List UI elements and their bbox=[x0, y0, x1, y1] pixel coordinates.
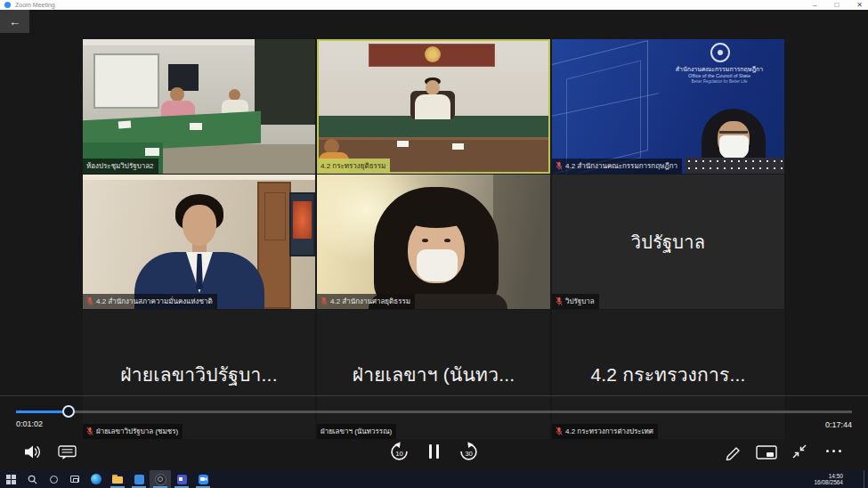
participant-name: 4.2 สำนักงานสภาความมั่นคงแห่งชาติ bbox=[96, 296, 213, 307]
video-tile-whip-government[interactable]: วิปรัฐบาล วิปรัฐบาล bbox=[552, 175, 784, 309]
total-time: 0:17:44 bbox=[825, 420, 852, 429]
rewind-10-icon: 10 bbox=[389, 442, 410, 462]
pip-icon bbox=[756, 445, 778, 460]
video-tile-active-speaker[interactable]: 4.2 กระทรวงยุติธรรม bbox=[317, 39, 550, 174]
video-tile-woman-mask[interactable]: 4.2 สำนักงานศาลยุติธรรม bbox=[317, 175, 550, 309]
emblem-shape bbox=[425, 46, 441, 62]
video-thumbnail bbox=[319, 41, 548, 172]
building-sketch-shape bbox=[566, 61, 641, 174]
participant-name: วิปรัฐบาล bbox=[565, 296, 595, 307]
participant-name-tag: ฝ่ายเลขาฯ (นันทวรรณ) bbox=[317, 424, 396, 439]
whiteboard-shape bbox=[93, 53, 159, 109]
participant-name-tag: ห้องประชุมวิปรัฐบาล2 bbox=[83, 159, 158, 174]
participant-name: ฝ่ายเลขาฯ (นันทวรรณ) bbox=[320, 426, 392, 437]
file-explorer-icon bbox=[112, 475, 123, 484]
taskbar-start-button[interactable] bbox=[0, 470, 21, 488]
participant-name-tag: 4.2 กระทรวงการต่างประเทศ bbox=[552, 424, 658, 439]
more-options-button[interactable] bbox=[823, 449, 843, 453]
eye-shape bbox=[422, 239, 428, 242]
door-panel-shape bbox=[264, 192, 286, 240]
taskbar-search-button[interactable] bbox=[21, 470, 43, 488]
participant-name-tag: 4.2 สำนักงานคณะกรรมการกฤษฎีกา bbox=[552, 159, 682, 174]
task-view-icon bbox=[70, 476, 79, 483]
app-icon bbox=[4, 2, 11, 8]
exit-fullscreen-button[interactable] bbox=[791, 443, 808, 460]
participant-name-tag: วิปรัฐบาล bbox=[552, 294, 599, 309]
person-face-shape bbox=[183, 205, 216, 246]
annotate-button[interactable] bbox=[724, 443, 742, 460]
seek-bar-handle[interactable] bbox=[62, 405, 75, 418]
video-tile-secretariat-2[interactable]: ฝ่ายเลขาฯ (นันทว... ฝ่ายเลขาฯ (นันทวรรณ) bbox=[317, 310, 550, 439]
more-options-icon bbox=[832, 450, 835, 452]
video-thumbnail bbox=[83, 39, 315, 174]
volume-button[interactable] bbox=[23, 443, 43, 460]
video-tile-council-of-state[interactable]: สำนักงานคณะกรรมการกฤษฎีกา Office of the … bbox=[552, 39, 784, 174]
taskbar-file-explorer-button[interactable] bbox=[107, 470, 128, 488]
taskbar-teams-button[interactable] bbox=[171, 470, 192, 488]
forward-30-icon: 30 bbox=[458, 442, 479, 462]
dark-window-shape bbox=[255, 39, 315, 125]
meeting-app-icon bbox=[155, 474, 166, 485]
blue-app-icon bbox=[134, 475, 144, 484]
taskbar-edge-button[interactable] bbox=[85, 470, 107, 488]
video-tile-foreign-ministry[interactable]: 4.2 กระทรวงการ... 4.2 กระทรวงการต่างประเ… bbox=[552, 310, 784, 439]
participant-name: 4.2 สำนักงานคณะกรรมการกฤษฎีกา bbox=[565, 160, 677, 172]
windows-taskbar: 14:50 16/08/2564 bbox=[0, 470, 868, 488]
clock-date: 16/08/2564 bbox=[814, 479, 843, 485]
minimize-button[interactable]: – bbox=[813, 0, 816, 10]
painting-art-shape bbox=[293, 201, 312, 239]
taskbar-cortana-button[interactable] bbox=[43, 470, 64, 488]
teams-icon bbox=[179, 477, 183, 481]
seek-bar-progress bbox=[16, 411, 65, 413]
more-options-icon bbox=[839, 450, 841, 452]
search-icon bbox=[28, 475, 37, 484]
back-button[interactable]: ← bbox=[0, 10, 29, 33]
video-tile-secretariat-1[interactable]: ฝ่ายเลขาวิปรัฐบา... ฝ่ายเลขาวิปรัฐบาล (ช… bbox=[83, 310, 315, 439]
volume-icon bbox=[24, 444, 43, 460]
close-button[interactable]: ✕ bbox=[856, 0, 863, 10]
picture-in-picture-button[interactable] bbox=[756, 445, 778, 460]
video-grid: ห้องประชุมวิปรัฐบาล2 4.2 กระทรว bbox=[83, 39, 784, 439]
more-options-icon bbox=[826, 450, 829, 452]
participant-name-tag: ฝ่ายเลขาวิปรัฐบาล (ชมชร) bbox=[83, 424, 183, 439]
glasses-shape bbox=[719, 131, 748, 134]
cortana-icon bbox=[50, 476, 58, 484]
seek-bar-track[interactable] bbox=[16, 411, 852, 413]
taskbar-clock[interactable]: 14:50 16/08/2564 bbox=[814, 473, 843, 485]
muted-mic-icon bbox=[556, 161, 563, 171]
eye-shape bbox=[444, 239, 450, 242]
participant-display-name: 4.2 กระทรวงการ... bbox=[552, 310, 784, 439]
taskbar-app-button[interactable] bbox=[128, 470, 150, 488]
maximize-button[interactable]: □ bbox=[834, 0, 839, 10]
pause-button[interactable] bbox=[427, 444, 440, 459]
person-head-shape bbox=[426, 80, 440, 95]
participant-display-name: ฝ่ายเลขาฯ (นันทว... bbox=[317, 310, 550, 439]
video-tile-meeting-room-1[interactable]: ห้องประชุมวิปรัฐบาล2 bbox=[83, 39, 315, 174]
video-tile-man-in-suit[interactable]: 4.2 สำนักงานสภาความมั่นคงแห่งชาติ bbox=[83, 175, 315, 309]
zoom-app-icon bbox=[200, 477, 205, 481]
face-mask-shape bbox=[719, 135, 749, 159]
participant-name: ห้องประชุมวิปรัฐบาล2 bbox=[86, 160, 154, 172]
show-desktop-button[interactable] bbox=[864, 470, 868, 488]
video-thumbnail: สำนักงานคณะกรรมการกฤษฎีกา Office of the … bbox=[552, 39, 784, 174]
council-logo-icon bbox=[718, 50, 723, 55]
pause-icon bbox=[429, 444, 432, 459]
exit-fullscreen-icon bbox=[791, 443, 808, 460]
taskbar-zoom-button[interactable] bbox=[192, 470, 214, 488]
taskbar-meeting-app-button-active[interactable] bbox=[150, 470, 171, 488]
clock-time: 14:50 bbox=[814, 473, 843, 479]
video-thumbnail bbox=[317, 175, 550, 309]
rewind-10-button[interactable]: 10 bbox=[389, 442, 410, 462]
taskbar-task-view-button[interactable] bbox=[64, 470, 85, 488]
forward-30-button[interactable]: 30 bbox=[458, 442, 479, 462]
paper-shape bbox=[118, 121, 132, 129]
person-body-shape bbox=[685, 158, 784, 174]
council-logo-text: สำนักงานคณะกรรมการกฤษฎีกา Office of the … bbox=[657, 65, 782, 85]
chat-icon bbox=[58, 445, 77, 460]
muted-mic-icon bbox=[86, 427, 93, 436]
player-divider-line bbox=[0, 395, 868, 396]
chat-button[interactable] bbox=[57, 444, 78, 460]
person-body-shape bbox=[415, 94, 450, 119]
window-title: Zoom Meeting bbox=[15, 2, 55, 8]
hair-fringe-shape bbox=[402, 205, 470, 228]
